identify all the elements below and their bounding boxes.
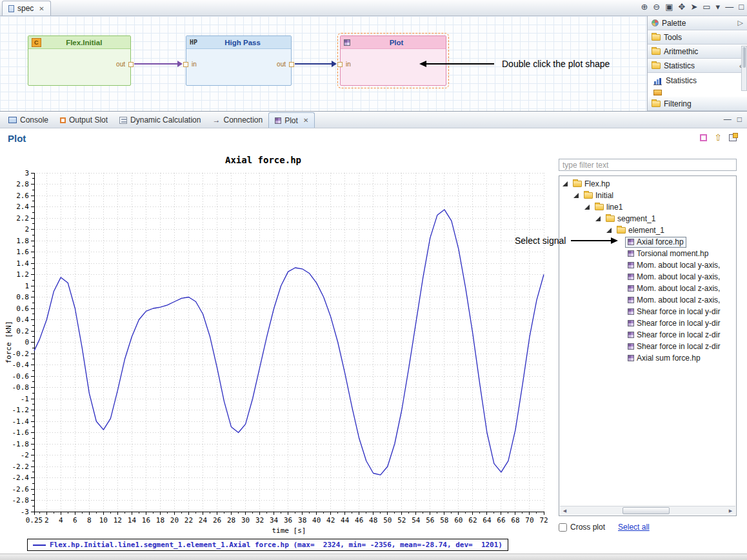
- tree-item-label: Shear force in local z-dir: [637, 342, 720, 352]
- scroll-left-icon[interactable]: ◀: [560, 508, 570, 514]
- tab-console[interactable]: Console: [3, 112, 54, 128]
- svg-text:-0.2: -0.2: [12, 350, 30, 358]
- svg-text:52: 52: [397, 516, 406, 525]
- output-port[interactable]: [289, 62, 294, 67]
- svg-text:60: 60: [454, 516, 463, 525]
- dropdown-icon[interactable]: ▾: [716, 3, 721, 11]
- tree-item-flex-hp[interactable]: Flex.hp: [560, 178, 735, 190]
- svg-text:66: 66: [497, 516, 505, 525]
- tab-dynamic-calculation[interactable]: Dynamic Calculation: [114, 112, 206, 128]
- select-icon[interactable]: ➤: [690, 3, 697, 11]
- tree-item-axial-sum-force-hp[interactable]: Axial sum force.hp: [560, 352, 735, 364]
- block-high-pass[interactable]: HP High Pass in out: [186, 35, 292, 86]
- palette-scrollbar[interactable]: [741, 46, 747, 91]
- expand-arrow-icon[interactable]: [573, 193, 579, 198]
- maximize-icon[interactable]: □: [739, 3, 744, 11]
- palette-group-label: Aritmethic: [664, 47, 698, 56]
- tree-item-label: Torsional moment.hp: [637, 249, 708, 259]
- svg-text:Axial force.hp: Axial force.hp: [225, 155, 301, 165]
- tree-item-shear-force-in-local-y-dir[interactable]: Shear force in local y-dir: [560, 306, 735, 317]
- tree-item-element-1[interactable]: element_1: [560, 225, 735, 236]
- view-tab-bar: Console Output Slot Dynamic Calculation …: [0, 112, 747, 128]
- tree-item-shear-force-in-local-z-dir[interactable]: Shear force in local z-dir: [560, 329, 735, 341]
- tab-spec[interactable]: spec ✕: [2, 1, 51, 15]
- tab-close-icon[interactable]: ✕: [303, 117, 308, 124]
- curve-style-icon[interactable]: [700, 134, 707, 141]
- annotation-double-click: Double click the plot shape: [419, 59, 610, 69]
- signal-icon: [628, 297, 634, 303]
- palette-group-tools[interactable]: Tools: [648, 30, 747, 45]
- drawer-icon: [652, 34, 661, 41]
- signal-tree: Flex.hpInitialline1segment_1element_1Axi…: [560, 178, 735, 505]
- tab-close-icon[interactable]: ✕: [39, 5, 44, 12]
- new-view-icon[interactable]: [729, 134, 737, 141]
- svg-text:56: 56: [426, 516, 434, 525]
- scroll-right-icon[interactable]: ▶: [726, 508, 735, 514]
- svg-text:-0.6: -0.6: [12, 372, 30, 381]
- tree-item-shear-force-in-local-z-dir[interactable]: Shear force in local z-dir: [560, 341, 735, 352]
- tree-item-segment-1[interactable]: segment_1: [560, 213, 735, 225]
- tree-item-initial[interactable]: Initial: [560, 190, 735, 201]
- marquee-icon[interactable]: ▭: [702, 3, 710, 11]
- cross-plot-checkbox[interactable]: [559, 523, 567, 532]
- tree-item-mom-about-local-z-axis[interactable]: Mom. about local z-axis,: [560, 283, 735, 294]
- block-flex-initial[interactable]: C Flex.Initial out: [28, 35, 131, 86]
- connection-flex-to-highpass[interactable]: [134, 61, 183, 67]
- svg-text:-0.4: -0.4: [12, 361, 30, 369]
- tab-output-slot[interactable]: Output Slot: [54, 112, 114, 128]
- horizontal-scrollbar[interactable]: ◀ ▶: [560, 506, 735, 515]
- move-up-icon[interactable]: ⇧: [714, 133, 722, 142]
- expand-arrow-icon[interactable]: [584, 205, 590, 210]
- zoom-in-icon[interactable]: ⊕: [641, 3, 648, 11]
- folder-icon: [573, 181, 582, 187]
- minimize-view-icon[interactable]: —: [724, 115, 732, 124]
- tab-label: Dynamic Calculation: [130, 115, 201, 125]
- tree-item-mom-about-local-y-axis[interactable]: Mom. about local y-axis,: [560, 271, 735, 283]
- input-port[interactable]: [183, 62, 188, 67]
- tree-item-mom-about-local-z-axis[interactable]: Mom. about local z-axis,: [560, 294, 735, 306]
- tree-item-torsional-moment-hp[interactable]: Torsional moment.hp: [560, 248, 735, 259]
- expand-arrow-icon[interactable]: [563, 181, 568, 186]
- tree-item-label: Shear force in local y-dir: [637, 319, 720, 328]
- diagram-canvas[interactable]: C Flex.Initial out HP High Pass in out P…: [0, 16, 647, 111]
- tree-item-mom-about-local-y-axis[interactable]: Mom. about local y-axis,: [560, 259, 735, 271]
- minimize-icon[interactable]: —: [725, 3, 733, 11]
- tab-connection[interactable]: → Connection: [206, 112, 268, 128]
- svg-text:-1.6: -1.6: [12, 428, 30, 437]
- connection-highpass-to-plot[interactable]: [295, 61, 337, 67]
- tab-plot[interactable]: Plot ✕: [268, 112, 315, 128]
- palette-item-partial[interactable]: [648, 88, 747, 97]
- drawer-icon: [652, 63, 661, 69]
- tree-item-label: Flex.hp: [584, 179, 610, 189]
- chart-legend: Flex.hp.Initial.line1.segment_1.element_…: [27, 539, 508, 551]
- tree-item-shear-force-in-local-y-dir[interactable]: Shear force in local y-dir: [560, 317, 735, 329]
- scrollbar-thumb[interactable]: [742, 47, 746, 68]
- input-port[interactable]: [337, 62, 343, 67]
- zoom-out-icon[interactable]: ⊖: [653, 3, 660, 11]
- output-port[interactable]: [128, 62, 134, 67]
- annotation-text: Double click the plot shape: [502, 59, 610, 69]
- tree-item-line1[interactable]: line1: [560, 201, 735, 213]
- svg-text:0.8: 0.8: [16, 293, 29, 301]
- svg-text:44: 44: [341, 516, 350, 525]
- svg-text:40: 40: [312, 516, 321, 525]
- palette-group-filtering[interactable]: Filtering: [648, 97, 747, 111]
- expand-arrow-icon[interactable]: [595, 216, 601, 221]
- palette-group-aritmethic[interactable]: Aritmethic: [648, 45, 747, 59]
- scrollbar-thumb[interactable]: [622, 507, 670, 514]
- svg-text:time [s]: time [s]: [272, 526, 306, 535]
- svg-text:-2.8: -2.8: [12, 496, 30, 505]
- filter-input[interactable]: [559, 159, 737, 171]
- legend-line-sample: [33, 545, 46, 546]
- palette-group-statistics[interactable]: Statistics «: [648, 59, 747, 73]
- component-badge-icon: C: [32, 38, 41, 47]
- select-all-link[interactable]: Select all: [618, 523, 650, 532]
- scrollbar-track[interactable]: [570, 506, 726, 515]
- palette-collapse-icon[interactable]: ▷: [738, 19, 743, 27]
- palette-item-statistics[interactable]: Statistics: [648, 73, 747, 88]
- palette-header[interactable]: Palette ▷: [648, 16, 747, 30]
- pan-icon[interactable]: ✥: [679, 3, 686, 11]
- expand-arrow-icon[interactable]: [606, 228, 612, 233]
- zoom-fit-icon[interactable]: ▣: [665, 3, 673, 11]
- maximize-view-icon[interactable]: □: [737, 115, 742, 124]
